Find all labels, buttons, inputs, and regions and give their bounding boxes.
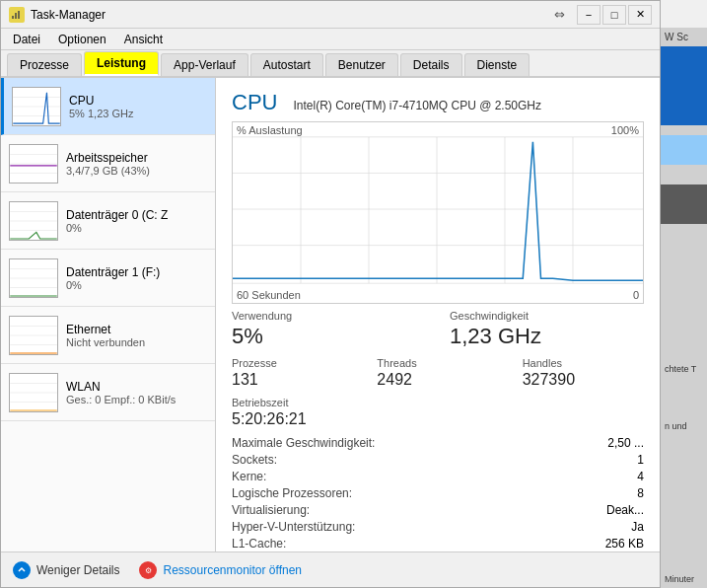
prozesse-label: Prozesse bbox=[232, 357, 353, 369]
right-panel-blue bbox=[661, 46, 707, 125]
stats-row-2: Prozesse 131 Threads 2492 Handles 327390 bbox=[232, 357, 644, 389]
svg-point-39 bbox=[16, 564, 28, 576]
sidebar-item-arbeitsspeicher[interactable]: Arbeitsspeicher 3,4/7,9 GB (43%) bbox=[1, 135, 215, 192]
info-max-geschwindigkeit: Maximale Geschwindigkeit: 2,50 ... bbox=[232, 436, 644, 450]
weniger-details-button[interactable]: Weniger Details bbox=[13, 561, 119, 579]
sidebar-item-ethernet[interactable]: Ethernet Nicht verbunden bbox=[1, 307, 215, 364]
tab-bar: Prozesse Leistung App-Verlauf Autostart … bbox=[1, 50, 660, 78]
stats-row-1: Verwendung 5% Geschwindigkeit 1,23 GHz bbox=[232, 310, 644, 349]
right-panel-blue2 bbox=[661, 135, 707, 165]
logische-val: 8 bbox=[637, 486, 644, 500]
sidebar: CPU 5% 1,23 GHz Arbeitsspeicher bbox=[1, 78, 216, 551]
sidebar-item-wlan[interactable]: WLAN Ges.: 0 Empf.: 0 KBit/s bbox=[1, 364, 215, 421]
disk0-sidebar-label: Datenträger 0 (C: Z bbox=[66, 208, 168, 222]
detail-header: CPU Intel(R) Core(TM) i7-4710MQ CPU @ 2.… bbox=[232, 90, 644, 115]
menu-datei[interactable]: Datei bbox=[5, 31, 48, 48]
chart-top-right: 100% bbox=[611, 124, 639, 136]
tab-benutzer[interactable]: Benutzer bbox=[325, 53, 398, 76]
info-table: Maximale Geschwindigkeit: 2,50 ... Socke… bbox=[232, 436, 644, 551]
stat-threads: Threads 2492 bbox=[377, 357, 498, 389]
svg-text:⚙: ⚙ bbox=[145, 566, 152, 575]
logische-key: Logische Prozessoren: bbox=[232, 486, 352, 500]
title-bar: Task-Manager ⇔ − □ ✕ bbox=[1, 1, 660, 29]
cpu-chart-svg bbox=[233, 122, 643, 303]
wlan-mini-graph bbox=[9, 373, 58, 412]
cpu-sidebar-label: CPU bbox=[69, 94, 133, 108]
ram-sidebar-info: Arbeitsspeicher 3,4/7,9 GB (43%) bbox=[66, 151, 150, 177]
sidebar-item-cpu[interactable]: CPU 5% 1,23 GHz bbox=[1, 78, 215, 135]
close-button[interactable]: ✕ bbox=[628, 5, 652, 25]
tab-autostart[interactable]: Autostart bbox=[250, 53, 323, 76]
info-logische: Logische Prozessoren: 8 bbox=[232, 486, 644, 500]
sidebar-item-disk1[interactable]: Datenträger 1 (F:) 0% bbox=[1, 250, 215, 307]
disk0-sidebar-info: Datenträger 0 (C: Z 0% bbox=[66, 208, 168, 234]
cpu-sidebar-value: 5% 1,23 GHz bbox=[69, 108, 133, 119]
app-icon bbox=[9, 7, 25, 23]
max-geschwindigkeit-val: 2,50 ... bbox=[607, 436, 644, 450]
chart-bottom-right: 0 bbox=[633, 289, 639, 301]
minimize-button[interactable]: − bbox=[577, 5, 601, 25]
info-sockets: Sockets: 1 bbox=[232, 453, 644, 467]
maximize-button[interactable]: □ bbox=[602, 5, 626, 25]
ethernet-sidebar-info: Ethernet Nicht verbunden bbox=[66, 323, 145, 348]
info-virtualisierung: Virtualisierung: Deak... bbox=[232, 503, 644, 517]
menu-bar: Datei Optionen Ansicht bbox=[1, 29, 660, 50]
betriebszeit-value: 5:20:26:21 bbox=[232, 410, 644, 428]
title-buttons: − □ ✕ bbox=[577, 5, 652, 25]
verwendung-value: 5% bbox=[232, 324, 426, 349]
tab-leistung[interactable]: Leistung bbox=[84, 51, 159, 76]
svg-rect-28 bbox=[233, 122, 643, 303]
weniger-details-icon bbox=[13, 561, 31, 579]
sockets-key: Sockets: bbox=[232, 453, 277, 467]
ethernet-sidebar-label: Ethernet bbox=[66, 323, 145, 336]
main-content: CPU 5% 1,23 GHz Arbeitsspeicher bbox=[1, 78, 660, 551]
stat-betriebszeit: Betriebszeit 5:20:26:21 bbox=[232, 397, 644, 428]
info-hyperv: Hyper-V-Unterstützung: Ja bbox=[232, 520, 644, 534]
threads-value: 2492 bbox=[377, 371, 498, 389]
verwendung-label: Verwendung bbox=[232, 310, 426, 322]
prozesse-value: 131 bbox=[232, 371, 353, 389]
virtualisierung-val: Deak... bbox=[606, 503, 644, 517]
weniger-details-label: Weniger Details bbox=[36, 563, 119, 577]
l1-val: 256 KB bbox=[605, 537, 644, 551]
disk0-sidebar-value: 0% bbox=[66, 222, 168, 234]
wlan-sidebar-info: WLAN Ges.: 0 Empf.: 0 KBit/s bbox=[66, 380, 176, 405]
tab-dienste[interactable]: Dienste bbox=[464, 53, 530, 76]
stat-prozesse: Prozesse 131 bbox=[232, 357, 353, 389]
chart-bottom-left: 60 Sekunden bbox=[237, 289, 301, 301]
disk0-mini-graph bbox=[9, 201, 58, 241]
cpu-mini-graph bbox=[12, 87, 61, 126]
cpu-sidebar-info: CPU 5% 1,23 GHz bbox=[69, 94, 133, 119]
stat-geschwindigkeit: Geschwindigkeit 1,23 GHz bbox=[450, 310, 644, 349]
menu-ansicht[interactable]: Ansicht bbox=[116, 31, 171, 48]
max-geschwindigkeit-key: Maximale Geschwindigkeit: bbox=[232, 436, 375, 450]
right-panel: W Sc chtete T n und Minuter bbox=[661, 0, 707, 588]
tab-details[interactable]: Details bbox=[400, 53, 462, 76]
menu-optionen[interactable]: Optionen bbox=[50, 31, 114, 48]
window-title: Task-Manager bbox=[31, 8, 554, 22]
hyperv-val: Ja bbox=[631, 520, 644, 534]
tab-app-verlauf[interactable]: App-Verlauf bbox=[161, 53, 248, 76]
tab-prozesse[interactable]: Prozesse bbox=[7, 53, 82, 76]
geschwindigkeit-label: Geschwindigkeit bbox=[450, 310, 644, 322]
threads-label: Threads bbox=[377, 357, 498, 369]
ressourcenmonitor-icon: ⚙ bbox=[139, 561, 157, 579]
svg-rect-0 bbox=[11, 9, 23, 21]
hyperv-key: Hyper-V-Unterstützung: bbox=[232, 520, 355, 534]
info-col-left: Maximale Geschwindigkeit: 2,50 ... Socke… bbox=[232, 436, 644, 551]
sidebar-item-disk0[interactable]: Datenträger 0 (C: Z 0% bbox=[1, 192, 215, 250]
ram-sidebar-value: 3,4/7,9 GB (43%) bbox=[66, 165, 150, 177]
handles-value: 327390 bbox=[523, 371, 644, 389]
disk1-sidebar-label: Datenträger 1 (F:) bbox=[66, 265, 160, 279]
ressourcenmonitor-button[interactable]: ⚙ Ressourcenmonitor öffnen bbox=[139, 561, 302, 579]
handles-label: Handles bbox=[523, 357, 644, 369]
kerne-val: 4 bbox=[637, 470, 644, 483]
right-panel-dark bbox=[661, 184, 707, 224]
stat-verwendung: Verwendung 5% bbox=[232, 310, 426, 349]
stat-handles: Handles 327390 bbox=[523, 357, 644, 389]
stats-row-betriebszeit: Betriebszeit 5:20:26:21 bbox=[232, 397, 644, 428]
detail-subtitle: Intel(R) Core(TM) i7-4710MQ CPU @ 2.50GH… bbox=[293, 99, 541, 112]
disk1-sidebar-value: 0% bbox=[66, 279, 160, 291]
info-kerne: Kerne: 4 bbox=[232, 470, 644, 483]
kerne-key: Kerne: bbox=[232, 470, 266, 483]
